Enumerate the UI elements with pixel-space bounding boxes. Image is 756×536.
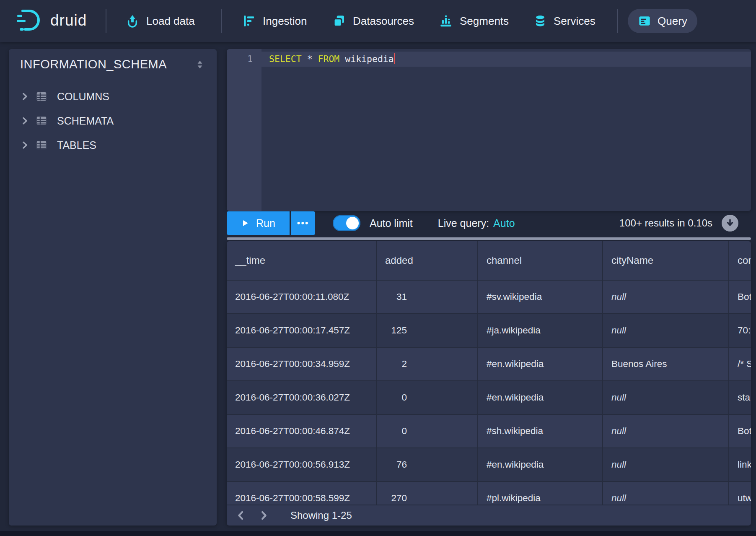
sql-star: * — [307, 54, 313, 64]
auto-limit-toggle[interactable] — [333, 215, 360, 231]
nav-item-query-active[interactable]: Query — [628, 9, 697, 33]
cell-value: 0 — [401, 426, 407, 437]
chevron-right-icon — [262, 512, 266, 519]
cell-comment[interactable]: link — [729, 448, 751, 481]
cell-value: 2 — [401, 359, 407, 369]
cell-channel[interactable]: #pl.wikipedia — [478, 482, 603, 505]
table-row[interactable]: 2016-06-27T00:00:34.959Z 2 #en.wikipedia… — [227, 347, 751, 380]
sql-query-text[interactable]: SELECT * FROM wikipedia — [269, 52, 395, 67]
cell-comment[interactable]: /* S — [729, 348, 751, 380]
nav-item-load-data[interactable]: Load data — [126, 0, 195, 42]
table-row[interactable]: 2016-06-27T00:00:17.457Z 125 #ja.wikiped… — [227, 313, 751, 347]
cell-comment[interactable]: sta — [729, 381, 751, 414]
ingestion-chart-icon — [242, 14, 256, 28]
nav-separator — [221, 9, 222, 33]
cell-cityname[interactable]: Buenos Aires — [603, 348, 729, 380]
cell-value: 2016-06-27T00:00:46.874Z — [235, 426, 350, 437]
cell-channel[interactable]: #sh.wikipedia — [478, 415, 603, 448]
table-row[interactable]: 2016-06-27T00:00:58.599Z 270 #pl.wikiped… — [227, 481, 751, 505]
cell-channel[interactable]: #ja.wikipedia — [478, 314, 603, 347]
sidebar-item-columns[interactable]: COLUMNS — [20, 87, 205, 106]
nav-item-datasources[interactable]: Datasources — [332, 0, 414, 42]
cell-time[interactable]: 2016-06-27T00:00:17.457Z — [227, 314, 377, 347]
column-header-added[interactable]: added — [377, 241, 478, 280]
cell-channel[interactable]: #en.wikipedia — [478, 348, 603, 380]
druid-logo-text: druid — [50, 12, 87, 29]
cell-cityname[interactable]: null — [603, 415, 729, 448]
nav-item-services[interactable]: Services — [534, 0, 595, 42]
cell-added[interactable]: 125 — [377, 314, 478, 347]
cell-value: #sv.wikipedia — [487, 291, 542, 302]
table-row[interactable]: 2016-06-27T00:00:36.027Z 0 #en.wikipedia… — [227, 380, 751, 414]
chevron-right-icon[interactable] — [20, 116, 29, 125]
cell-added[interactable]: 31 — [377, 281, 478, 313]
nav-item-segments[interactable]: Segments — [439, 0, 509, 42]
table-grid-icon — [35, 139, 48, 151]
schema-selector[interactable]: INFORMATION_SCHEMA — [20, 57, 205, 71]
sidebar-item-schemata[interactable]: SCHEMATA — [20, 112, 205, 130]
cell-added[interactable]: 76 — [377, 448, 478, 481]
column-header-comment[interactable]: comment — [729, 241, 751, 280]
horizontal-scrollbar[interactable] — [227, 237, 751, 240]
double-caret-vertical-icon[interactable] — [194, 59, 205, 70]
cell-value: sta — [738, 392, 750, 403]
cell-time[interactable]: 2016-06-27T00:00:58.599Z — [227, 482, 377, 505]
chevron-right-icon[interactable] — [20, 92, 29, 101]
table-row[interactable]: 2016-06-27T00:00:46.874Z 0 #sh.wikipedia… — [227, 414, 751, 448]
chevron-left-icon — [239, 512, 242, 519]
prev-page-button[interactable] — [232, 506, 250, 525]
run-more-button[interactable]: ••• — [291, 211, 315, 235]
cell-value: 2016-06-27T00:00:56.913Z — [235, 459, 350, 470]
cell-time[interactable]: 2016-06-27T00:00:11.080Z — [227, 281, 377, 313]
cell-value: #en.wikipedia — [487, 459, 544, 470]
cell-added[interactable]: 0 — [377, 415, 478, 448]
column-header-cityname[interactable]: cityName — [603, 241, 729, 280]
download-results-button[interactable] — [722, 215, 738, 232]
play-icon — [241, 219, 249, 227]
cell-value: 2016-06-27T00:00:17.457Z — [235, 325, 350, 336]
cell-time[interactable]: 2016-06-27T00:00:46.874Z — [227, 415, 377, 448]
column-header-time[interactable]: __time — [227, 241, 377, 280]
sql-editor[interactable]: 1 SELECT * FROM wikipedia — [227, 49, 751, 211]
table-row[interactable]: 2016-06-27T00:00:56.913Z 76 #en.wikipedi… — [227, 448, 751, 481]
table-grid-icon — [35, 114, 48, 127]
cell-comment[interactable]: Bot — [729, 415, 751, 448]
nav-item-label: Segments — [460, 15, 509, 28]
cell-cityname[interactable]: null — [603, 482, 729, 505]
cell-cityname[interactable]: null — [603, 281, 729, 313]
cell-comment[interactable]: utw — [729, 482, 751, 505]
cell-added[interactable]: 2 — [377, 348, 478, 380]
column-header-channel[interactable]: channel — [478, 241, 603, 280]
cell-value: Bot — [738, 426, 751, 437]
cell-cityname[interactable]: null — [603, 381, 729, 414]
cell-time[interactable]: 2016-06-27T00:00:56.913Z — [227, 448, 377, 481]
cell-value: 0 — [401, 392, 407, 403]
sql-keyword: FROM — [318, 54, 340, 64]
cell-channel[interactable]: #en.wikipedia — [478, 448, 603, 481]
druid-logo[interactable]: druid — [17, 8, 87, 34]
live-query-value[interactable]: Auto — [493, 217, 515, 229]
cell-value: utw — [738, 493, 751, 504]
next-page-button[interactable] — [254, 506, 273, 525]
cell-time[interactable]: 2016-06-27T00:00:34.959Z — [227, 348, 377, 380]
cell-value: #en.wikipedia — [487, 359, 544, 369]
run-button[interactable]: Run — [227, 211, 290, 235]
download-icon — [725, 218, 735, 229]
cell-added[interactable]: 270 — [377, 482, 478, 505]
showing-range-label: Showing 1-25 — [290, 510, 352, 521]
live-query-label: Live query: — [438, 217, 489, 229]
cell-channel[interactable]: #sv.wikipedia — [478, 281, 603, 313]
run-button-label: Run — [256, 217, 275, 229]
cell-comment[interactable]: Bot — [729, 281, 751, 313]
sidebar-item-tables[interactable]: TABLES — [20, 136, 205, 154]
cell-cityname[interactable]: null — [603, 448, 729, 481]
table-row[interactable]: 2016-06-27T00:00:11.080Z 31 #sv.wikipedi… — [227, 280, 751, 313]
cell-added[interactable]: 0 — [377, 381, 478, 414]
cell-time[interactable]: 2016-06-27T00:00:36.027Z — [227, 381, 377, 414]
cell-comment[interactable]: 70: — [729, 314, 751, 347]
nav-item-ingestion[interactable]: Ingestion — [242, 0, 307, 42]
cell-channel[interactable]: #en.wikipedia — [478, 381, 603, 414]
chevron-right-icon[interactable] — [20, 141, 29, 150]
cell-cityname[interactable]: null — [603, 314, 729, 347]
nav-item-label: Load data — [146, 15, 195, 28]
